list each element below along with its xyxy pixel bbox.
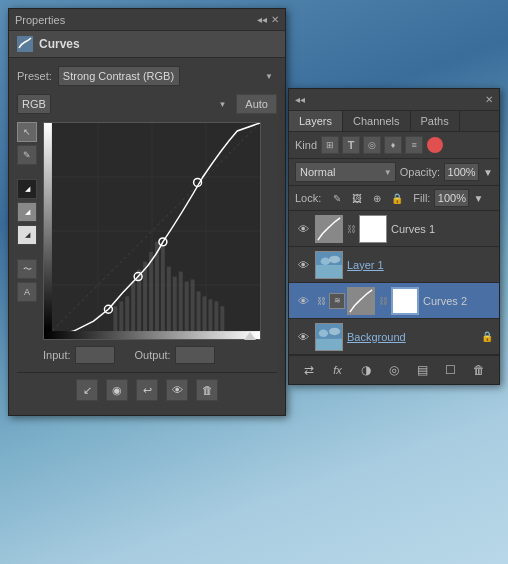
visibility-button[interactable]: 👁 xyxy=(166,379,188,401)
svg-rect-35 xyxy=(316,265,342,278)
tab-paths[interactable]: Paths xyxy=(411,111,460,131)
blend-opacity-row: Normal ▼ Opacity: ▼ xyxy=(289,159,499,186)
svg-rect-16 xyxy=(191,280,195,339)
svg-point-37 xyxy=(329,255,340,262)
side-tools: ↖ ✎ ◢ ◢ ◢ 〜 A xyxy=(17,122,39,340)
pointer-tool[interactable]: ↖ xyxy=(17,122,37,142)
tab-channels[interactable]: Channels xyxy=(343,111,410,131)
layers-filter-row: Kind ⊞ T ◎ ♦ ≡ xyxy=(289,132,499,159)
filter-toggle[interactable] xyxy=(427,137,443,153)
layer-visibility-background[interactable]: 👁 xyxy=(295,329,311,345)
curve-svg xyxy=(44,123,260,339)
add-mask-layers-btn[interactable]: ◑ xyxy=(356,360,376,380)
curve-canvas[interactable] xyxy=(43,122,261,340)
layer-thumb-curves1 xyxy=(315,215,343,243)
fx-btn[interactable]: fx xyxy=(327,360,347,380)
filter-icon-2[interactable]: T xyxy=(342,136,360,154)
layer-visibility-layer1[interactable]: 👁 xyxy=(295,257,311,273)
layer-item-background[interactable]: 👁 Background 🔒 xyxy=(289,319,499,355)
curves-area: ↖ ✎ ◢ ◢ ◢ 〜 A xyxy=(17,122,277,340)
filter-icon-1[interactable]: ⊞ xyxy=(321,136,339,154)
new-layer-btn[interactable]: ☐ xyxy=(441,360,461,380)
input-group: Input: xyxy=(43,346,115,364)
layers-bottom-toolbar: ⇄ fx ◑ ◎ ▤ ☐ 🗑 xyxy=(289,355,499,384)
blend-mode-dropdown[interactable]: Normal xyxy=(295,162,396,182)
curve-handle[interactable] xyxy=(244,332,256,340)
lock-all-btn[interactable]: 🔒 xyxy=(389,190,405,206)
svg-point-36 xyxy=(321,257,330,264)
layer-item-layer1[interactable]: 👁 Layer 1 xyxy=(289,247,499,283)
opacity-input[interactable] xyxy=(444,163,479,181)
layer-item-curves1[interactable]: 👁 ⛓ Curves 1 xyxy=(289,211,499,247)
svg-rect-15 xyxy=(185,282,189,339)
filter-icon-3[interactable]: ◎ xyxy=(363,136,381,154)
properties-bottom-toolbar: ↙ ◉ ↩ 👁 🗑 xyxy=(17,372,277,407)
layers-titlebar-left: ◂◂ xyxy=(295,94,305,105)
layer-item-curves2[interactable]: 👁 ⛓ ≋ ⛓ Curves 2 xyxy=(289,283,499,319)
input-field[interactable] xyxy=(75,346,115,364)
layers-titlebar: ◂◂ ✕ xyxy=(289,89,499,111)
layer-name-curves2: Curves 2 xyxy=(423,295,493,307)
eyedropper-white[interactable]: ◢ xyxy=(17,225,37,245)
layers-tabs: Layers Channels Paths xyxy=(289,111,499,132)
curves-title: Curves xyxy=(39,37,80,51)
delete-layer-btn[interactable]: 🗑 xyxy=(469,360,489,380)
layer-thumb-background xyxy=(315,323,343,351)
lock-icons: ✎ 🖼 ⊕ 🔒 xyxy=(329,190,405,206)
layer-visibility-curves2[interactable]: 👁 xyxy=(295,293,311,309)
properties-title: Properties xyxy=(15,14,65,26)
layer-adjustment-curves2: ⛓ ≋ ⛓ xyxy=(315,287,419,315)
svg-rect-11 xyxy=(161,247,165,339)
reset-button[interactable]: ↩ xyxy=(136,379,158,401)
channel-dropdown-arrow: ▼ xyxy=(218,100,226,109)
svg-rect-31 xyxy=(44,331,260,339)
auto-button[interactable]: Auto xyxy=(236,94,277,114)
opacity-dropdown-arrow[interactable]: ▼ xyxy=(483,167,493,178)
layers-list: 👁 ⛓ Curves 1 👁 xyxy=(289,211,499,355)
preset-dropdown[interactable]: Strong Contrast (RGB) xyxy=(58,66,180,86)
filter-icon-4[interactable]: ♦ xyxy=(384,136,402,154)
svg-point-41 xyxy=(319,329,328,336)
text-tool[interactable]: A xyxy=(17,282,37,302)
channel-dropdown-wrapper: RGB ▼ xyxy=(17,94,230,114)
svg-rect-25 xyxy=(131,282,135,339)
lock-image-btn[interactable]: 🖼 xyxy=(349,190,365,206)
channel-dropdown[interactable]: RGB xyxy=(17,94,51,114)
lock-transparent-btn[interactable]: ✎ xyxy=(329,190,345,206)
layers-close-btn[interactable]: ✕ xyxy=(485,94,493,105)
close-button[interactable]: ✕ xyxy=(271,14,279,25)
view-button[interactable]: ◉ xyxy=(106,379,128,401)
layer-visibility-curves1[interactable]: 👁 xyxy=(295,221,311,237)
preset-label: Preset: xyxy=(17,70,52,82)
properties-title-text: Properties xyxy=(15,14,65,26)
eyedropper-black[interactable]: ◢ xyxy=(17,179,37,199)
add-mask-button[interactable]: ↙ xyxy=(76,379,98,401)
eyedropper-gray[interactable]: ◢ xyxy=(17,202,37,222)
lock-label: Lock: xyxy=(295,192,321,204)
layer-adjustment-curves1: ⛓ xyxy=(315,215,387,243)
layers-titlebar-right: ✕ xyxy=(485,94,493,105)
pen-tool[interactable]: ✎ xyxy=(17,145,37,165)
fill-input[interactable] xyxy=(434,189,469,207)
layers-collapse-btn[interactable]: ◂◂ xyxy=(295,94,305,105)
layer-name-curves1: Curves 1 xyxy=(391,223,493,235)
delete-button[interactable]: 🗑 xyxy=(196,379,218,401)
tab-layers[interactable]: Layers xyxy=(289,111,343,131)
adjustment-btn[interactable]: ◎ xyxy=(384,360,404,380)
layer-name-layer1: Layer 1 xyxy=(347,259,493,271)
svg-rect-9 xyxy=(149,252,153,339)
layer-mask-curves1 xyxy=(359,215,387,243)
svg-rect-40 xyxy=(316,338,342,349)
input-label: Input: xyxy=(43,349,71,361)
new-group-btn[interactable]: ▤ xyxy=(412,360,432,380)
curve-canvas-wrapper xyxy=(43,122,277,340)
curves-icon xyxy=(17,36,33,52)
curves2-adjustment-icon: ≋ xyxy=(329,293,345,309)
filter-icon-5[interactable]: ≡ xyxy=(405,136,423,154)
hand-tool[interactable]: 〜 xyxy=(17,259,37,279)
collapse-button[interactable]: ◂◂ xyxy=(257,14,267,25)
output-field[interactable] xyxy=(175,346,215,364)
fill-dropdown-arrow[interactable]: ▼ xyxy=(473,193,483,204)
lock-position-btn[interactable]: ⊕ xyxy=(369,190,385,206)
link-layers-btn[interactable]: ⇄ xyxy=(299,360,319,380)
